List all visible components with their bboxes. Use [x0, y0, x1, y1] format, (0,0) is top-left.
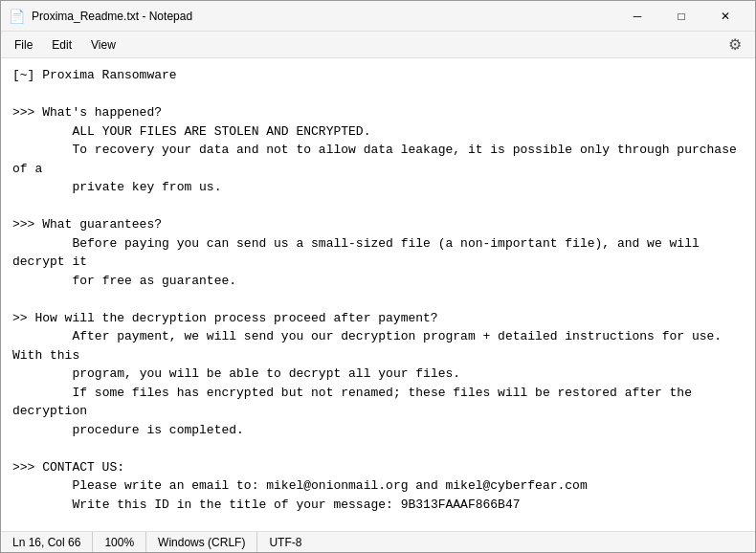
- app-icon: 📄: [9, 9, 24, 24]
- status-bar: Ln 16, Col 66 100% Windows (CRLF) UTF-8: [1, 531, 755, 552]
- menu-edit[interactable]: Edit: [42, 34, 81, 55]
- cursor-position: Ln 16, Col 66: [9, 532, 93, 552]
- title-bar: 📄 Proxima_Readme.txt - Notepad ─ □ ✕: [1, 1, 755, 32]
- menu-bar: File Edit View ⚙: [1, 32, 755, 58]
- window-title: Proxima_Readme.txt - Notepad: [32, 10, 615, 23]
- close-button[interactable]: ✕: [703, 1, 747, 32]
- minimize-button[interactable]: ─: [615, 1, 659, 32]
- menu-file[interactable]: File: [5, 34, 42, 55]
- notepad-window: 📄 Proxima_Readme.txt - Notepad ─ □ ✕ Fil…: [0, 0, 756, 553]
- menu-items: File Edit View: [5, 34, 125, 55]
- line-ending: Windows (CRLF): [146, 532, 257, 552]
- title-bar-buttons: ─ □ ✕: [615, 1, 747, 32]
- menu-view[interactable]: View: [81, 34, 125, 55]
- settings-icon[interactable]: ⚙: [719, 32, 751, 57]
- maximize-button[interactable]: □: [659, 1, 703, 32]
- encoding: UTF-8: [257, 532, 313, 552]
- zoom-level: 100%: [93, 532, 146, 552]
- text-editor[interactable]: [~] Proxima Ransomware >>> What's happen…: [1, 58, 755, 531]
